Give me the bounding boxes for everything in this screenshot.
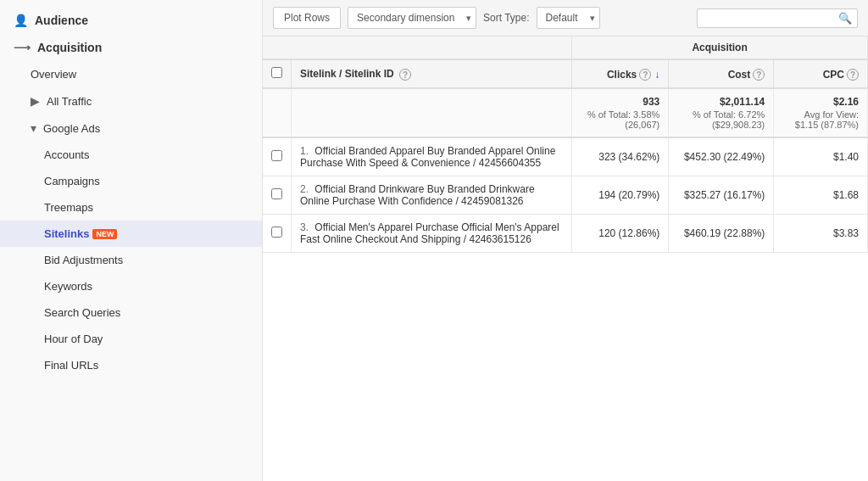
new-badge: NEW (92, 229, 117, 239)
sidebar-item-audience[interactable]: 👤 Audience (0, 7, 262, 34)
plot-rows-button[interactable]: Plot Rows (273, 7, 341, 29)
row-checkbox-2[interactable] (271, 227, 282, 238)
sitelink-cell: 1. Official Branded Apparel Buy Branded … (292, 137, 572, 176)
sidebar-item-final-urls[interactable]: Final URLs (0, 352, 262, 378)
search-input[interactable] (703, 12, 838, 24)
secondary-dimension-select[interactable]: Secondary dimension (348, 7, 476, 29)
main-content: Plot Rows Secondary dimension Sort Type:… (263, 0, 868, 481)
sidebar-acquisition-label: Acquisition (37, 41, 102, 54)
cpc-cell: $1.68 (774, 176, 868, 215)
clicks-sort-icon[interactable]: ↓ (654, 69, 659, 81)
sidebar-item-keywords[interactable]: Keywords (0, 273, 262, 299)
sitelink-name: Official Brand Drinkware Buy Branded Dri… (300, 183, 535, 207)
row-num: 1. (300, 145, 312, 157)
row-checkbox-cell (263, 137, 292, 176)
select-all-header (263, 59, 292, 88)
acquisition-icon: ⟶ (14, 41, 31, 54)
clicks-help-icon[interactable]: ? (639, 69, 651, 81)
sidebar-item-sitelinks[interactable]: Sitelinks NEW (0, 221, 262, 247)
cost-cell: $460.19 (22.88%) (669, 215, 774, 253)
select-all-checkbox[interactable] (271, 67, 282, 78)
table-row: 2. Official Brand Drinkware Buy Branded … (263, 176, 868, 215)
sort-type-select[interactable]: Default (537, 7, 600, 29)
row-checkbox-cell (263, 176, 292, 215)
sidebar-item-google-ads[interactable]: ▾ Google Ads (0, 115, 262, 142)
collapse-icon: ▾ (31, 121, 36, 135)
expand-icon: ▶ (31, 94, 40, 108)
sidebar-item-acquisition[interactable]: ⟶ Acquisition (0, 34, 262, 61)
sidebar-item-hour-of-day[interactable]: Hour of Day (0, 326, 262, 352)
sidebar-item-treemaps[interactable]: Treemaps (0, 194, 262, 221)
sitelink-help-icon[interactable]: ? (399, 69, 411, 81)
sidebar-item-search-queries[interactable]: Search Queries (0, 299, 262, 326)
cost-help-icon[interactable]: ? (753, 69, 765, 81)
data-table: Acquisition Sitelink / Sitelink ID ? Cli… (263, 36, 868, 253)
sitelink-cell: 2. Official Brand Drinkware Buy Branded … (292, 176, 572, 215)
sidebar-audience-label: Audience (35, 14, 88, 27)
cpc-cell: $1.40 (774, 137, 868, 176)
table-row: 1. Official Branded Apparel Buy Branded … (263, 137, 868, 176)
total-clicks-cell: 933 % of Total: 3.58% (26,067) (572, 88, 669, 137)
sitelink-name: Official Men's Apparel Purchase Official… (300, 221, 559, 245)
sort-type-wrapper: Default (537, 7, 600, 29)
sitelink-name: Official Branded Apparel Buy Branded App… (300, 145, 555, 169)
table-row: 3. Official Men's Apparel Purchase Offic… (263, 215, 868, 253)
total-cost-cell: $2,011.14 % of Total: 6.72% ($29,908.23) (669, 88, 774, 137)
person-icon: 👤 (14, 14, 28, 27)
cost-cell: $452.30 (22.49%) (669, 137, 774, 176)
secondary-dimension-wrapper: Secondary dimension (348, 7, 476, 29)
search-icon[interactable]: 🔍 (838, 12, 852, 25)
acquisition-group-header: Acquisition (572, 36, 868, 59)
cost-cell: $325.27 (16.17%) (669, 176, 774, 215)
cpc-header: CPC ? (774, 59, 868, 88)
table-container: Acquisition Sitelink / Sitelink ID ? Cli… (263, 36, 868, 481)
total-cpc-cell: $2.16 Avg for View: $1.15 (87.87%) (774, 88, 868, 137)
clicks-cell: 323 (34.62%) (572, 137, 669, 176)
total-row: 933 % of Total: 3.58% (26,067) $2,011.14… (263, 88, 868, 137)
sidebar-item-bid-adjustments[interactable]: Bid Adjustments (0, 247, 262, 273)
clicks-cell: 120 (12.86%) (572, 215, 669, 253)
sitelink-cell: 3. Official Men's Apparel Purchase Offic… (292, 215, 572, 253)
search-wrapper: 🔍 (697, 8, 858, 28)
row-checkbox-0[interactable] (271, 150, 282, 161)
sitelink-header: Sitelink / Sitelink ID ? (292, 59, 572, 88)
sidebar: 👤 Audience ⟶ Acquisition Overview ▶ All … (0, 0, 263, 481)
cpc-cell: $3.83 (774, 215, 868, 253)
toolbar: Plot Rows Secondary dimension Sort Type:… (263, 0, 868, 36)
row-num: 3. (300, 221, 312, 233)
total-label-cell (292, 88, 572, 137)
sidebar-item-all-traffic[interactable]: ▶ All Traffic (0, 87, 262, 115)
cost-header: Cost ? (669, 59, 774, 88)
clicks-cell: 194 (20.79%) (572, 176, 669, 215)
clicks-header: Clicks ? ↓ (572, 59, 669, 88)
cpc-help-icon[interactable]: ? (847, 69, 859, 81)
sidebar-item-campaigns[interactable]: Campaigns (0, 168, 262, 194)
row-num: 2. (300, 183, 312, 195)
row-checkbox-cell (263, 215, 292, 253)
sort-type-label: Sort Type: (483, 12, 529, 24)
row-checkbox-1[interactable] (271, 188, 282, 199)
sidebar-item-overview[interactable]: Overview (0, 61, 262, 87)
sidebar-item-accounts[interactable]: Accounts (0, 142, 262, 168)
